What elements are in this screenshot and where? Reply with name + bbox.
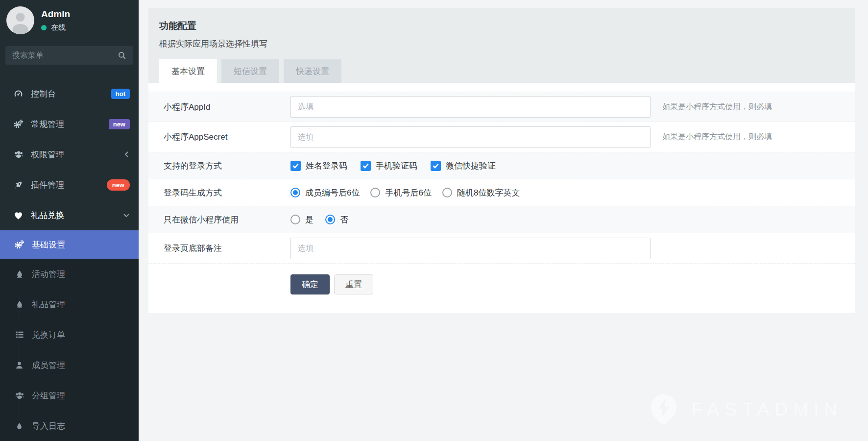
- checkbox-wechat-quick[interactable]: 微信快捷验证: [431, 160, 496, 172]
- sidebar-menu: 控制台 hot 常规管理 new: [0, 78, 139, 230]
- sidebar-subitem-label: 成员管理: [32, 360, 130, 371]
- sidebar-subitem-orders[interactable]: 兑换订单: [0, 319, 139, 350]
- field-hint: 如果是小程序方式使用，则必填: [662, 102, 772, 112]
- field-label: 登录页底部备注: [159, 243, 290, 254]
- tint-icon: [13, 299, 26, 309]
- menu-search-box[interactable]: [5, 46, 133, 65]
- new-badge: new: [107, 179, 130, 191]
- field-label: 登录码生成方式: [159, 187, 290, 198]
- sidebar-submenu: 基础设置 活动管理 礼品管理: [0, 230, 139, 441]
- appsecret-input[interactable]: [290, 126, 651, 148]
- login-footer-note-input[interactable]: [290, 238, 651, 259]
- hot-badge: hot: [111, 89, 130, 99]
- login-footer-note-row: 登录页底部备注: [148, 233, 855, 264]
- field-label: 小程序AppSecret: [159, 131, 290, 143]
- list-icon: [13, 330, 26, 340]
- dashboard-icon: [12, 89, 25, 99]
- field-hint: 如果是小程序方式使用，则必填: [662, 132, 772, 142]
- login-code-generation-row: 登录码生成方式 成员编号后6位 手机号后6位 随机8位数字英文: [148, 179, 855, 206]
- new-badge: new: [109, 119, 130, 129]
- watermark-text: FASTADMIN: [692, 399, 843, 420]
- radio-unselected-icon: [370, 188, 380, 197]
- search-icon: [118, 51, 126, 60]
- tab-sms-settings[interactable]: 短信设置: [221, 59, 279, 83]
- sidebar-item-general[interactable]: 常规管理 new: [0, 109, 139, 139]
- sidebar-item-label: 礼品兑换: [31, 210, 123, 221]
- chevron-left-icon: [124, 151, 130, 158]
- checkbox-checked-icon: [431, 161, 441, 171]
- sidebar-subitem-label: 兑换订单: [32, 329, 130, 341]
- sidebar-subitem-label: 导入日志: [32, 420, 130, 432]
- radio-label: 随机8位数字英文: [457, 187, 520, 198]
- user-profile: Admin 在线: [0, 0, 139, 39]
- radio-member-number[interactable]: 成员编号后6位: [290, 187, 360, 198]
- checkbox-checked-icon: [290, 161, 301, 171]
- radio-phone-tail[interactable]: 手机号后6位: [370, 187, 431, 198]
- checkbox-label: 手机验证码: [376, 160, 417, 172]
- sidebar-subitem-members[interactable]: 成员管理: [0, 350, 139, 380]
- radio-label: 否: [340, 214, 348, 225]
- user-status: 在线: [51, 23, 66, 32]
- sidebar-subitem-label: 分组管理: [32, 390, 130, 401]
- sidebar-subitem-import-log[interactable]: 导入日志: [0, 411, 139, 441]
- radio-label: 是: [305, 214, 313, 225]
- form-actions: 确定 重置: [148, 264, 855, 296]
- chevron-down-icon: [123, 212, 130, 218]
- users-icon: [12, 149, 25, 160]
- radio-no[interactable]: 否: [325, 214, 348, 225]
- gears-icon: [13, 240, 26, 250]
- field-label: 只在微信小程序使用: [159, 214, 290, 225]
- page-header-panel: 功能配置 根据实际应用场景选择性填写 基本设置 短信设置 快递设置: [148, 8, 855, 83]
- reset-button[interactable]: 重置: [334, 274, 373, 294]
- sidebar-subitem-label: 礼品管理: [32, 299, 130, 310]
- checkbox-name-login-code[interactable]: 姓名登录码: [290, 160, 347, 172]
- sidebar-item-plugins[interactable]: 插件管理 new: [0, 170, 139, 200]
- radio-yes[interactable]: 是: [290, 214, 313, 225]
- sidebar-subitem-gifts[interactable]: 礼品管理: [0, 289, 139, 319]
- fastadmin-watermark: FASTADMIN: [649, 393, 843, 426]
- users-icon: [13, 390, 26, 401]
- online-dot-icon: [41, 25, 47, 30]
- sidebar-subitem-basic-settings[interactable]: 基础设置: [0, 230, 139, 259]
- radio-label: 成员编号后6位: [305, 187, 360, 198]
- submit-button[interactable]: 确定: [290, 274, 330, 294]
- sidebar-item-permissions[interactable]: 权限管理: [0, 139, 139, 170]
- radio-label: 手机号后6位: [385, 187, 431, 198]
- sidebar-item-console[interactable]: 控制台 hot: [0, 78, 139, 109]
- sidebar-item-label: 常规管理: [31, 119, 109, 130]
- radio-selected-icon: [325, 215, 335, 224]
- sidebar-subitem-groups[interactable]: 分组管理: [0, 380, 139, 411]
- appid-input[interactable]: [290, 96, 651, 118]
- tab-basic-settings[interactable]: 基本设置: [159, 59, 217, 83]
- miniprogram-only-row: 只在微信小程序使用 是 否: [148, 206, 855, 233]
- radio-unselected-icon: [290, 215, 300, 224]
- fastadmin-logo-icon: [649, 393, 679, 426]
- login-methods-row: 支持的登录方式 姓名登录码 手机验证码: [148, 152, 855, 179]
- sidebar: Admin 在线 控制台 hot: [0, 0, 139, 441]
- sidebar-subitem-label: 活动管理: [32, 269, 130, 280]
- radio-random-8[interactable]: 随机8位数字英文: [442, 187, 520, 198]
- field-label: 支持的登录方式: [159, 160, 290, 172]
- field-label: 小程序AppId: [159, 101, 290, 113]
- heart-icon: [12, 210, 25, 220]
- radio-selected-icon: [290, 188, 300, 197]
- sidebar-subitem-activity[interactable]: 活动管理: [0, 259, 139, 289]
- tab-express-settings[interactable]: 快递设置: [284, 59, 341, 83]
- sidebar-item-label: 控制台: [31, 88, 111, 99]
- search-input[interactable]: [12, 51, 118, 60]
- sidebar-item-label: 权限管理: [31, 149, 124, 160]
- settings-form: 小程序AppId 如果是小程序方式使用，则必填 小程序AppSecret 如果是…: [148, 83, 855, 313]
- gears-icon: [12, 119, 25, 129]
- checkbox-phone-code[interactable]: 手机验证码: [361, 160, 417, 172]
- page-title: 功能配置: [159, 20, 844, 32]
- checkbox-label: 姓名登录码: [306, 160, 347, 172]
- appsecret-row: 小程序AppSecret 如果是小程序方式使用，则必填: [148, 122, 855, 152]
- sidebar-item-label: 插件管理: [31, 179, 107, 191]
- settings-tabs: 基本设置 短信设置 快递设置: [159, 59, 844, 83]
- main-content: 功能配置 根据实际应用场景选择性填写 基本设置 短信设置 快递设置 小程序App…: [139, 0, 868, 441]
- checkbox-checked-icon: [361, 161, 371, 171]
- sidebar-subitem-label: 基础设置: [32, 239, 130, 250]
- avatar[interactable]: [6, 6, 34, 34]
- droplet-icon: [13, 421, 26, 431]
- sidebar-item-gift-exchange[interactable]: 礼品兑换: [0, 200, 139, 230]
